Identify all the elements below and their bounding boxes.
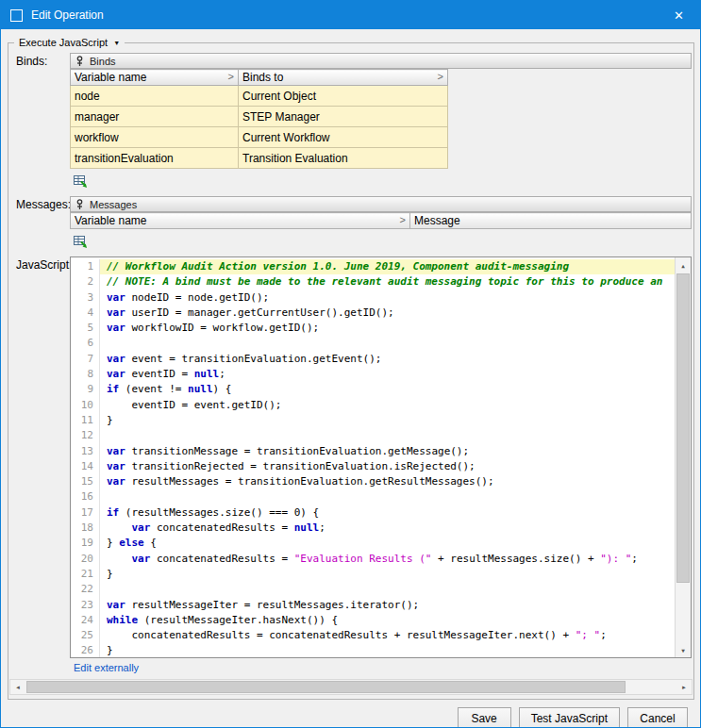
- code-text: while (resultMessageIter.hasNext()) {: [100, 613, 675, 628]
- code-text: var workflowID = workflow.getID();: [100, 321, 675, 336]
- operation-type-dropdown[interactable]: Execute JavaScript ▼: [19, 37, 120, 48]
- code-line[interactable]: 14var transitionRejected = transitionEva…: [71, 459, 675, 474]
- scroll-up-button[interactable]: ▲: [676, 257, 691, 273]
- binds-column-binds-to[interactable]: Binds to >: [239, 70, 448, 86]
- code-text: }: [100, 413, 675, 428]
- code-line[interactable]: 21}: [71, 567, 675, 582]
- code-text: var concatenatedResults = "Evaluation Re…: [100, 552, 675, 567]
- scroll-down-icon: ▼: [681, 647, 685, 654]
- horizontal-scrollbar[interactable]: ◄ ►: [9, 679, 693, 695]
- javascript-label: JavaScript:: [9, 256, 70, 675]
- table-cell[interactable]: workflow: [71, 127, 239, 148]
- save-button[interactable]: Save: [458, 707, 511, 728]
- binds-row[interactable]: managerSTEP Manager: [71, 107, 448, 127]
- table-cell[interactable]: manager: [71, 107, 239, 127]
- code-text: }: [100, 567, 675, 582]
- dropdown-caret-icon: ▼: [113, 40, 120, 46]
- code-line[interactable]: 1// Workflow Audit Action version 1.0. J…: [71, 259, 675, 274]
- binds-row[interactable]: nodeCurrent Object: [71, 86, 448, 107]
- messages-edit-table-button[interactable]: [70, 232, 90, 251]
- code-editor[interactable]: 1// Workflow Audit Action version 1.0. J…: [70, 256, 692, 658]
- code-text: if (resultMessages.size() === 0) {: [100, 505, 675, 521]
- code-text: [100, 582, 675, 597]
- code-text: var nodeID = node.getID();: [100, 290, 675, 306]
- code-text: }: [100, 643, 675, 657]
- table-cell[interactable]: Transition Evaluation: [239, 148, 448, 169]
- binds-edit-table-button[interactable]: [70, 172, 90, 190]
- binds-table: Variable name > Binds to > nodeCurrent O…: [70, 69, 448, 169]
- code-line[interactable]: 4var userID = manager.getCurrentUser().g…: [71, 306, 675, 321]
- edit-table-icon: [73, 174, 88, 189]
- scroll-left-icon: ◄: [15, 685, 21, 690]
- scroll-down-button[interactable]: ▼: [676, 642, 691, 657]
- scroll-left-button[interactable]: ◄: [10, 680, 25, 694]
- vertical-scroll-thumb[interactable]: [676, 273, 690, 583]
- code-line[interactable]: 18 var concatenatedResults = null;: [71, 521, 675, 536]
- code-line[interactable]: 11}: [71, 413, 675, 428]
- code-line[interactable]: 26}: [71, 643, 675, 657]
- code-line[interactable]: 23var resultMessageIter = resultMessages…: [71, 598, 675, 613]
- edit-externally-link[interactable]: Edit externally: [74, 662, 139, 673]
- test-javascript-button[interactable]: Test JavaScript: [519, 707, 620, 728]
- messages-column-message[interactable]: Message: [410, 213, 692, 229]
- line-number: 20: [71, 552, 100, 567]
- code-line[interactable]: 17if (resultMessages.size() === 0) {: [71, 505, 675, 521]
- line-number: 3: [71, 290, 100, 306]
- table-cell[interactable]: node: [71, 86, 239, 107]
- scroll-up-icon: ▲: [681, 262, 685, 269]
- code-line[interactable]: 9if (event != null) {: [71, 382, 675, 397]
- bind-icon: [75, 199, 85, 210]
- line-number: 4: [71, 306, 100, 321]
- code-text: eventID = event.getID();: [100, 398, 675, 413]
- code-line[interactable]: 8var eventID = null;: [71, 367, 675, 382]
- line-number: 14: [71, 459, 100, 474]
- line-number: 2: [71, 274, 100, 290]
- horizontal-scroll-thumb[interactable]: [26, 681, 626, 693]
- messages-column-variable-name[interactable]: Variable name >: [71, 213, 410, 229]
- code-line[interactable]: 13var transitionMessage = transitionEval…: [71, 444, 675, 459]
- titlebar[interactable]: Edit Operation ✕: [1, 1, 700, 29]
- bind-icon: [75, 56, 85, 67]
- code-text: var transitionMessage = transitionEvalua…: [100, 444, 675, 459]
- binds-column-variable-name[interactable]: Variable name >: [71, 70, 239, 86]
- code-line[interactable]: 15var resultMessages = transitionEvaluat…: [71, 474, 675, 489]
- line-number: 25: [71, 628, 100, 643]
- scroll-right-button[interactable]: ►: [676, 680, 692, 694]
- code-line[interactable]: 10 eventID = event.getID();: [71, 398, 675, 413]
- binds-row[interactable]: transitionEvaluationTransition Evaluatio…: [71, 148, 448, 169]
- close-button[interactable]: ✕: [658, 1, 700, 29]
- code-text: var concatenatedResults = null;: [100, 521, 675, 536]
- table-cell[interactable]: Current Workflow: [239, 127, 448, 148]
- sort-chevron-icon: >: [400, 214, 406, 225]
- line-number: 24: [71, 613, 100, 628]
- code-line[interactable]: 16: [71, 489, 675, 505]
- line-number: 21: [71, 567, 100, 582]
- code-text: [100, 428, 675, 443]
- code-line[interactable]: 19} else {: [71, 536, 675, 551]
- messages-label: Messages:: [9, 196, 70, 251]
- messages-section-header: Messages: [70, 196, 692, 212]
- messages-section: Messages: Messages Variable n: [9, 196, 693, 251]
- binds-label: Binds:: [9, 53, 70, 190]
- binds-row[interactable]: workflowCurrent Workflow: [71, 127, 448, 148]
- line-number: 9: [71, 382, 100, 397]
- code-text: var userID = manager.getCurrentUser().ge…: [100, 306, 675, 321]
- code-line[interactable]: 20 var concatenatedResults = "Evaluation…: [71, 552, 675, 567]
- code-line[interactable]: 7var event = transitionEvaluation.getEve…: [71, 352, 675, 367]
- table-cell[interactable]: Current Object: [239, 86, 448, 107]
- editor-vertical-scrollbar[interactable]: ▲ ▼: [675, 257, 691, 657]
- table-cell[interactable]: transitionEvaluation: [71, 148, 239, 169]
- code-line[interactable]: 12: [71, 428, 675, 443]
- code-line[interactable]: 24while (resultMessageIter.hasNext()) {: [71, 613, 675, 628]
- code-line[interactable]: 3var nodeID = node.getID();: [71, 290, 675, 306]
- code-line[interactable]: 2// NOTE: A bind must be made to the rel…: [71, 274, 675, 290]
- dialog-footer: Save Test JavaScript Cancel: [1, 700, 700, 728]
- table-cell[interactable]: STEP Manager: [239, 107, 448, 127]
- cancel-button[interactable]: Cancel: [627, 707, 688, 728]
- window-title: Edit Operation: [31, 8, 104, 22]
- code-line[interactable]: 5var workflowID = workflow.getID();: [71, 321, 675, 336]
- code-line[interactable]: 25 concatenatedResults = concatenatedRes…: [71, 628, 675, 643]
- code-line[interactable]: 6: [71, 336, 675, 351]
- scroll-right-icon: ►: [681, 685, 687, 690]
- code-line[interactable]: 22: [71, 582, 675, 597]
